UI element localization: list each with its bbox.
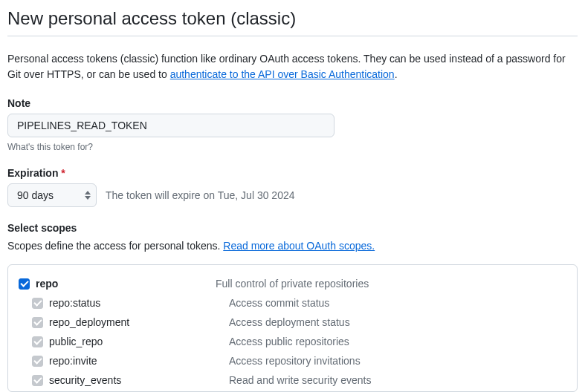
scopes-heading: Select scopes [7, 222, 578, 234]
scope-left: security_events [32, 374, 229, 386]
scope-left: public_repo [32, 336, 229, 347]
scopes-intro: Scopes define the access for personal to… [7, 238, 578, 254]
scope-checkbox[interactable] [32, 298, 43, 309]
scope-name: repo [36, 278, 58, 290]
intro-paragraph: Personal access tokens (classic) functio… [7, 51, 578, 82]
scope-left: repo_deployment [32, 316, 229, 328]
scope-checkbox[interactable] [32, 375, 43, 386]
scope-row-repo_deployment: repo_deploymentAccess deployment status [19, 314, 566, 333]
page-title: New personal access token (classic) [7, 7, 578, 36]
note-help-text: What's this token for? [7, 142, 578, 152]
scopes-section: Select scopes Scopes define the access f… [7, 222, 578, 392]
scopes-intro-text: Scopes define the access for personal to… [7, 240, 223, 252]
scope-left: repo:status [32, 297, 229, 309]
scope-row-public_repo: public_repoAccess public repositories [19, 333, 566, 353]
scope-desc: Read and write security events [229, 374, 371, 386]
note-section: Note What's this token for? [7, 97, 578, 152]
scope-checkbox[interactable] [32, 336, 43, 347]
scope-desc: Access deployment status [229, 316, 350, 328]
select-caret-icon [85, 191, 91, 200]
scope-row-repo: repoFull control of private repositories [19, 275, 566, 295]
expiration-message: The token will expire on Tue, Jul 30 202… [106, 189, 295, 201]
scope-left: repo [19, 278, 216, 290]
required-asterisk: * [61, 167, 65, 179]
scopes-learn-more-link[interactable]: Read more about OAuth scopes. [223, 240, 375, 252]
scope-desc: Full control of private repositories [216, 278, 369, 290]
intro-suffix: . [395, 68, 398, 80]
scope-name: repo_deployment [49, 316, 129, 328]
scope-checkbox[interactable] [19, 278, 30, 290]
expiration-label: Expiration * [7, 167, 578, 179]
scope-name: repo:status [49, 297, 100, 309]
scope-row-repo-invite: repo:inviteAccess repository invitations [19, 353, 566, 372]
scope-name: repo:invite [49, 355, 97, 367]
auth-api-link[interactable]: authenticate to the API over Basic Authe… [170, 68, 395, 80]
note-label: Note [7, 97, 578, 109]
scope-row-repo-status: repo:statusAccess commit status [19, 295, 566, 314]
scopes-box: repoFull control of private repositories… [7, 264, 578, 392]
scope-name: public_repo [49, 336, 103, 347]
scope-row-security_events: security_eventsRead and write security e… [19, 372, 566, 391]
scope-desc: Access repository invitations [229, 355, 361, 367]
scope-checkbox[interactable] [32, 356, 43, 367]
note-input[interactable] [7, 114, 334, 137]
expiration-select[interactable]: 90 days [7, 183, 97, 207]
expiration-section: Expiration * 90 days The token will expi… [7, 167, 578, 207]
scope-desc: Access public repositories [229, 336, 349, 347]
scope-desc: Access commit status [229, 297, 329, 309]
expiration-value: 90 days [17, 188, 54, 203]
scope-checkbox[interactable] [32, 317, 43, 328]
expiration-label-text: Expiration [7, 167, 58, 179]
scope-left: repo:invite [32, 355, 229, 367]
scope-name: security_events [49, 374, 121, 386]
